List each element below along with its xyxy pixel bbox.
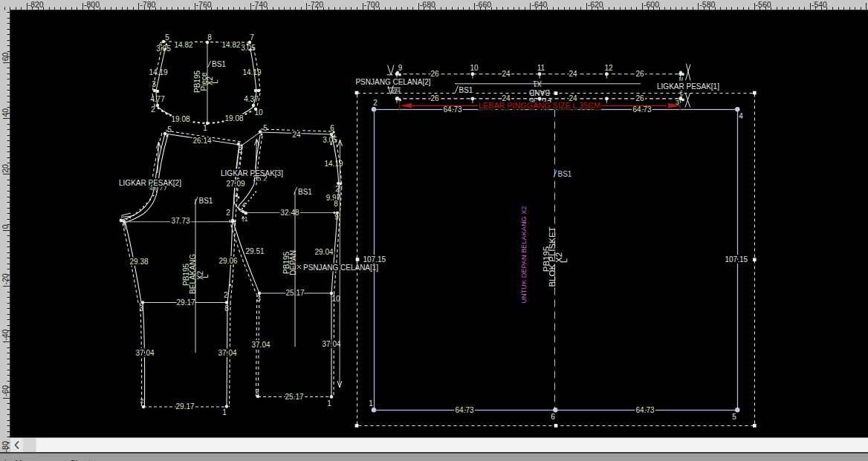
- svg-text:37.04: 37.04: [251, 341, 270, 349]
- svg-text:-640: -640: [531, 0, 547, 9]
- svg-text:4.77: 4.77: [150, 95, 165, 103]
- svg-text:14.19: 14.19: [242, 68, 261, 76]
- svg-text:-600: -600: [644, 0, 659, 9]
- svg-text:26: 26: [635, 94, 644, 102]
- svg-text:-540: -540: [812, 0, 827, 9]
- svg-text:1: 1: [203, 124, 207, 132]
- svg-text:LIGKAR PESAK[3]: LIGKAR PESAK[3]: [221, 169, 283, 177]
- svg-text:UNTUK DEPAN BELAKANG X2: UNTUK DEPAN BELAKANG X2: [520, 206, 528, 303]
- svg-text:64.73: 64.73: [443, 105, 461, 114]
- svg-text:-740: -740: [252, 0, 268, 9]
- svg-text:3.05: 3.05: [156, 45, 171, 53]
- svg-text:14.19: 14.19: [324, 160, 343, 168]
- svg-text:4.37: 4.37: [244, 95, 259, 103]
- svg-text:2: 2: [226, 209, 230, 217]
- svg-text:12: 12: [604, 64, 613, 72]
- svg-text:-820: -820: [28, 0, 44, 9]
- svg-text:5: 5: [167, 125, 172, 134]
- svg-text:1: 1: [369, 399, 373, 408]
- svg-text:-760: -760: [196, 0, 212, 9]
- svg-text:L: L: [211, 79, 219, 84]
- svg-text:10: 10: [331, 295, 340, 303]
- svg-text:29.51: 29.51: [245, 247, 264, 255]
- svg-text:29.38: 29.38: [129, 258, 148, 266]
- svg-text:10: 10: [470, 64, 479, 72]
- svg-text:L: L: [201, 274, 210, 278]
- svg-text:3.05: 3.05: [241, 44, 256, 52]
- svg-text:6: 6: [330, 124, 334, 132]
- svg-text:BS1: BS1: [558, 170, 572, 178]
- svg-text:2: 2: [140, 397, 143, 405]
- svg-text:37.04: 37.04: [322, 340, 340, 348]
- svg-text:-20: -20: [1, 273, 10, 284]
- svg-text:-780: -780: [140, 0, 155, 9]
- svg-text:26: 26: [430, 94, 439, 102]
- svg-text:2: 2: [151, 105, 155, 114]
- svg-text:LIGKAR PESAK[1]: LIGKAR PESAK[1]: [657, 82, 719, 91]
- svg-text:37.73: 37.73: [171, 217, 190, 225]
- svg-text:2: 2: [224, 291, 228, 299]
- svg-text:-40: -40: [1, 329, 10, 340]
- svg-text:i: i: [4, 458, 6, 461]
- svg-text:BS1: BS1: [212, 60, 226, 68]
- svg-text:26: 26: [430, 70, 439, 78]
- svg-text:14.82: 14.82: [221, 41, 240, 49]
- svg-text:PSNJANG CELANA[1]: PSNJANG CELANA[1]: [303, 264, 378, 272]
- svg-text:26: 26: [635, 70, 644, 78]
- svg-text:60: 60: [1, 52, 10, 61]
- svg-text:14.82: 14.82: [174, 41, 192, 49]
- svg-text:20: 20: [1, 164, 10, 173]
- svg-text:64.73: 64.73: [632, 105, 651, 114]
- svg-text:LEBAR PINGGANG SIZE L 35CM: LEBAR PINGGANG SIZE L 35CM: [479, 101, 600, 110]
- svg-text:-80: -80: [1, 441, 10, 452]
- svg-text:DEPAN: DEPAN: [289, 250, 297, 275]
- svg-text:-660: -660: [476, 0, 491, 9]
- svg-text:4: 4: [679, 92, 683, 99]
- svg-text:11: 11: [537, 64, 545, 72]
- svg-text:BS1: BS1: [199, 197, 213, 205]
- svg-text:BAND: BAND: [529, 88, 550, 97]
- svg-text:7: 7: [250, 33, 254, 42]
- svg-text:19.08: 19.08: [171, 115, 190, 123]
- svg-text:32.48: 32.48: [280, 209, 299, 217]
- svg-text:19.08: 19.08: [224, 114, 243, 122]
- svg-text:8: 8: [207, 33, 212, 42]
- svg-text:Measurement Chart: Measurement Chart: [15, 459, 91, 461]
- svg-text:5: 5: [165, 33, 169, 42]
- svg-text:29.06: 29.06: [218, 257, 237, 265]
- svg-text:-700: -700: [364, 0, 380, 9]
- svg-text:10: 10: [254, 108, 263, 117]
- svg-text:24: 24: [569, 70, 577, 78]
- svg-text:25.17: 25.17: [285, 393, 303, 401]
- svg-text:1: 1: [222, 408, 227, 416]
- svg-text:27.09: 27.09: [226, 180, 244, 188]
- svg-text:3: 3: [676, 99, 679, 106]
- svg-text:PSNJANG CELANA[2]: PSNJANG CELANA[2]: [355, 78, 430, 86]
- svg-text:64.73: 64.73: [455, 406, 473, 414]
- svg-text:-720: -720: [308, 0, 323, 9]
- svg-text:2: 2: [255, 388, 259, 395]
- svg-text:BS1: BS1: [459, 86, 473, 94]
- svg-text:14.19: 14.19: [149, 68, 167, 76]
- svg-text:L: L: [560, 258, 569, 263]
- svg-text:BS1: BS1: [298, 188, 312, 196]
- svg-text:5: 5: [263, 124, 268, 132]
- svg-text:0: 0: [1, 224, 10, 229]
- svg-text:-560: -560: [756, 0, 771, 9]
- svg-text:2: 2: [373, 99, 378, 107]
- svg-text:-800: -800: [84, 0, 100, 9]
- svg-text:29.17: 29.17: [176, 298, 195, 307]
- svg-text:74: 74: [391, 88, 398, 95]
- svg-text:-620: -620: [588, 0, 603, 9]
- svg-text:29.17: 29.17: [175, 402, 194, 411]
- svg-text:37.04: 37.04: [218, 349, 236, 357]
- svg-text:107.15: 107.15: [725, 255, 748, 264]
- svg-text:5: 5: [732, 413, 736, 421]
- svg-text:9: 9: [398, 64, 403, 72]
- svg-text:40: 40: [1, 108, 10, 117]
- svg-text:LIGKAR PESAK[2]: LIGKAR PESAK[2]: [119, 179, 181, 187]
- svg-text:3: 3: [152, 80, 156, 88]
- svg-text:4: 4: [739, 112, 743, 120]
- svg-text:8: 8: [224, 304, 229, 313]
- svg-text:8: 8: [334, 200, 338, 208]
